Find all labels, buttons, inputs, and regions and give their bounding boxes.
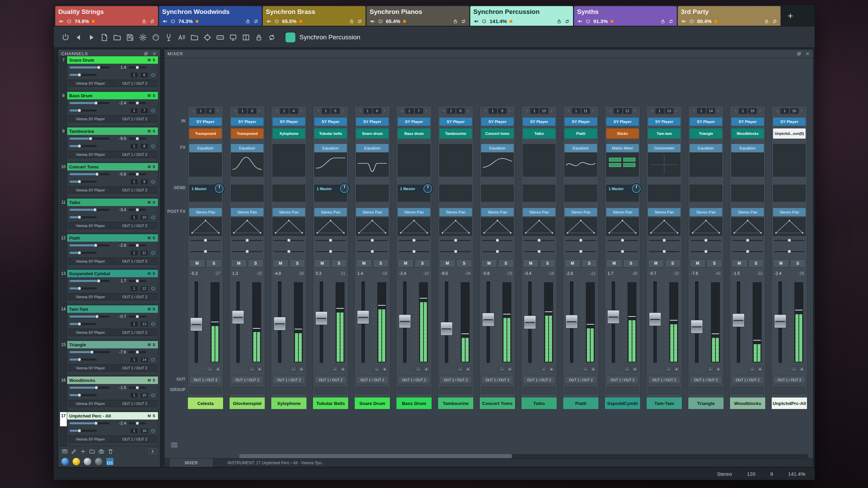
strip-pan-slider[interactable]	[691, 238, 721, 242]
tab-power-button[interactable]	[378, 19, 383, 24]
strip-pan-slider[interactable]	[440, 238, 471, 242]
channel-expression-slider[interactable]	[70, 181, 97, 183]
strip-fx-display[interactable]	[356, 153, 389, 177]
channel-list[interactable]: 7 Snare Drum M S 1.4 1 6 Vienna SY Playe…	[58, 56, 160, 446]
channel-volume-slider[interactable]	[70, 422, 110, 424]
channel-power-button[interactable]	[151, 108, 156, 113]
channel-port-box[interactable]: 1	[130, 215, 138, 220]
strip-patch-button[interactable]: Xylophone	[273, 128, 305, 139]
strip-patch-button[interactable]: Triangle	[690, 128, 722, 139]
strip-width-slider[interactable]	[399, 249, 429, 253]
toolbar-plug-button[interactable]	[149, 31, 162, 44]
chevron-left-icon[interactable]	[192, 109, 196, 113]
strip-fx-display[interactable]	[565, 153, 597, 177]
channel-solo-button[interactable]: S	[152, 58, 156, 63]
strip-fx-display[interactable]	[523, 144, 555, 177]
strip-add-button[interactable]: +	[423, 366, 430, 372]
strip-output-button[interactable]: OUT 1 / OUT 2	[648, 376, 680, 384]
strip-mute-button[interactable]: M	[231, 259, 247, 267]
tab-lock-button[interactable]	[556, 19, 562, 24]
strip-solo-button[interactable]: S	[373, 259, 389, 267]
strip-mute-button[interactable]: M	[356, 259, 372, 267]
strip-group-slot[interactable]	[439, 387, 472, 394]
strip-group-slot[interactable]	[773, 387, 806, 394]
chevron-left-icon[interactable]	[442, 109, 446, 113]
strip-mute-button[interactable]: M	[481, 259, 497, 267]
strip-output-button[interactable]: OUT 1 / OUT 2	[606, 376, 639, 384]
strip-remove-button[interactable]: -	[290, 366, 297, 372]
strip-remove-button[interactable]: -	[415, 366, 422, 372]
strip-input-button[interactable]: SY Player	[273, 118, 305, 126]
strip-name-label[interactable]: Taiko	[521, 398, 557, 409]
strip-group-slot[interactable]	[648, 387, 680, 394]
channel-pan-slider[interactable]	[129, 244, 146, 246]
strip-mute-button[interactable]: M	[731, 259, 747, 267]
toolbar-monitor-button[interactable]	[226, 31, 239, 44]
strip-solo-button[interactable]: S	[748, 259, 764, 267]
strip-add-button[interactable]: +	[465, 366, 471, 372]
strip-width-slider[interactable]	[649, 249, 679, 253]
chevron-left-icon[interactable]	[650, 109, 654, 113]
strip-width-slider[interactable]	[190, 249, 221, 253]
strip-solo-button[interactable]: S	[498, 259, 514, 267]
channel-item[interactable]: 10 Concert Toms M S -0.8 1 9 Vienna SY P…	[60, 163, 158, 198]
strip-fx-display[interactable]	[439, 144, 472, 177]
chevron-left-icon[interactable]	[609, 109, 613, 113]
channel-solo-button[interactable]: S	[152, 164, 156, 169]
channel-pan-slider[interactable]	[129, 316, 146, 318]
strip-add-button[interactable]: +	[215, 366, 221, 372]
tab-mute-button[interactable]	[370, 19, 375, 24]
strip-solo-button[interactable]: S	[331, 259, 347, 267]
channel-pan-slider[interactable]	[129, 138, 146, 140]
strip-group-slot[interactable]	[356, 387, 389, 394]
chevron-right-icon[interactable]	[800, 109, 804, 113]
strip-fx-button[interactable]: Goniometer	[648, 144, 680, 152]
strip-output-button[interactable]: OUT 1 / OUT 2	[523, 376, 555, 384]
channel-pan-slider[interactable]	[129, 102, 146, 104]
channel-power-button[interactable]	[151, 393, 156, 398]
channel-volume-slider[interactable]	[70, 280, 110, 282]
channel-header[interactable]: Triangle M S	[67, 341, 158, 348]
toolbar-gear-button[interactable]	[136, 31, 149, 44]
strip-send-slot[interactable]	[439, 185, 472, 202]
channel-midi-box[interactable]: 6	[140, 72, 148, 78]
strip-pan-button[interactable]: Stereo Pan	[439, 208, 472, 216]
channel-mute-button[interactable]: M	[147, 342, 152, 347]
channel-player-button[interactable]: Vienna SY Player	[68, 186, 112, 194]
strip-fader-handle[interactable]	[399, 314, 411, 328]
strip-width-slider[interactable]	[274, 249, 304, 253]
strip-fader-handle[interactable]	[524, 316, 536, 329]
strip-send-slot[interactable]	[731, 185, 764, 202]
strip-fx-display[interactable]	[398, 144, 430, 177]
strip-mute-button[interactable]: M	[439, 259, 455, 267]
synchron-sphere-icon[interactable]	[73, 458, 80, 465]
tab-sync-button[interactable]	[772, 19, 777, 24]
strip-width-slider[interactable]	[232, 249, 262, 253]
channel-port-box[interactable]: 1	[130, 143, 138, 149]
strip-mute-button[interactable]: M	[648, 259, 664, 267]
strip-pan-slider[interactable]	[482, 238, 513, 242]
strip-patch-button[interactable]: Snare drum	[356, 128, 389, 139]
strip-pan-button[interactable]: Stereo Pan	[273, 208, 305, 216]
channel-expression-slider[interactable]	[70, 287, 97, 289]
tab-power-button[interactable]	[481, 19, 487, 24]
tab-sync-button[interactable]	[461, 19, 466, 24]
strip-fx-display[interactable]	[606, 153, 639, 177]
strip-pan-slider[interactable]	[732, 238, 763, 242]
channel-mute-button[interactable]: M	[147, 271, 152, 276]
channel-header[interactable]: Concert Toms M S	[67, 163, 158, 170]
tab-lock-button[interactable]	[141, 19, 147, 24]
channel-volume-slider[interactable]	[70, 244, 110, 246]
channel-mute-button[interactable]: M	[147, 58, 152, 63]
strip-port[interactable]: 1	[197, 108, 205, 114]
toolbar-midi-badge-button[interactable]	[214, 31, 226, 44]
channel-header[interactable]: Tam-Tam M S	[67, 305, 158, 313]
strip-pan-button[interactable]: Stereo Pan	[314, 208, 347, 216]
channel-item[interactable]: 13 Suspended Cymbal M S 1.7 1 12 Vienna …	[60, 269, 158, 304]
strip-mute-button[interactable]: M	[773, 259, 789, 267]
channel-volume-slider[interactable]	[70, 138, 110, 140]
strip-group-slot[interactable]	[314, 387, 347, 394]
strip-pan-slider[interactable]	[607, 238, 638, 242]
channel-port-box[interactable]: 1	[130, 357, 138, 363]
strip-pan-button[interactable]: Stereo Pan	[481, 208, 514, 216]
